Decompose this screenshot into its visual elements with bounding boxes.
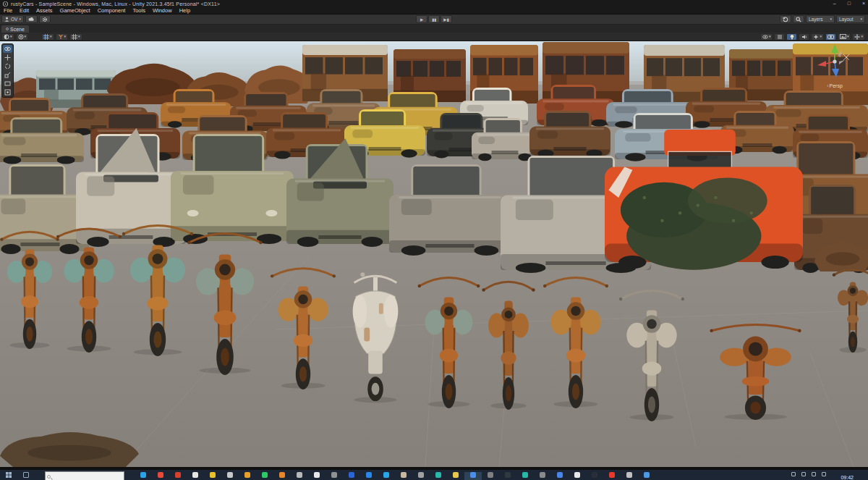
pause-button[interactable]: ▮▮ xyxy=(428,15,440,23)
taskbar-app-icon[interactable] xyxy=(239,472,256,480)
taskbar-app-icon[interactable] xyxy=(412,472,430,480)
close-button[interactable]: × xyxy=(862,0,865,7)
tray-icon[interactable] xyxy=(812,472,816,476)
menu-assets[interactable]: Assets xyxy=(33,7,56,14)
move-tool-button[interactable] xyxy=(3,54,12,62)
scale-tool-button[interactable] xyxy=(3,71,12,79)
taskbar-app-icon[interactable] xyxy=(273,472,291,480)
grid-visibility-dropdown[interactable]: ▾ xyxy=(41,33,54,41)
taskbar-app-icon[interactable] xyxy=(291,472,308,480)
taskbar-app-icon[interactable] xyxy=(586,472,603,480)
rotate-tool-button[interactable] xyxy=(3,62,12,70)
gizmos-dropdown[interactable]: ▾ xyxy=(838,33,851,41)
scene-visibility-dropdown[interactable]: ▾ xyxy=(760,33,773,41)
step-button[interactable]: ▶▮ xyxy=(441,15,452,23)
tray-icon[interactable] xyxy=(822,472,826,476)
caret-down-icon: ▾ xyxy=(64,35,67,38)
taskbar-app-icon[interactable] xyxy=(152,472,169,480)
taskbar-app-icon[interactable] xyxy=(551,472,569,480)
task-view-icon[interactable] xyxy=(23,472,29,478)
menu-gameobject[interactable]: GameObject xyxy=(56,7,94,14)
view-tool-button[interactable] xyxy=(3,45,12,53)
app-icon xyxy=(505,472,511,478)
taskbar-app-icon[interactable] xyxy=(378,472,395,480)
taskbar-app-icon[interactable] xyxy=(447,472,464,480)
taskbar-app-icon[interactable] xyxy=(187,472,204,480)
gizmo-axis-dropdown[interactable]: ▾ xyxy=(56,33,69,41)
junkyard-scene[interactable] xyxy=(0,41,868,467)
taskbar-app-icon[interactable] xyxy=(499,472,516,480)
scene-toolbar-right: ▾ ▾ ▾ ▾ xyxy=(760,33,867,41)
menu-help[interactable]: Help xyxy=(176,7,194,14)
taskbar-app-icon[interactable] xyxy=(135,472,152,480)
taskbar-app-icon[interactable] xyxy=(464,472,482,480)
maximize-button[interactable]: □ xyxy=(848,0,851,7)
taskbar-clock[interactable]: 09:42 xyxy=(841,475,854,480)
taskbar-app-icon[interactable] xyxy=(621,472,638,480)
visibility-eye-icon xyxy=(762,34,768,40)
minimize-button[interactable]: – xyxy=(833,0,836,7)
menu-window[interactable]: Window xyxy=(149,7,176,14)
taskbar-app-icon[interactable] xyxy=(326,472,343,480)
taskbar-app-icon[interactable] xyxy=(204,472,221,480)
grid-icon xyxy=(43,34,49,40)
effects-dropdown[interactable]: ▾ xyxy=(811,33,824,41)
app-icon xyxy=(488,472,493,478)
search-button[interactable] xyxy=(793,15,804,23)
menu-edit[interactable]: Edit xyxy=(16,7,33,14)
eye-icon xyxy=(4,46,11,51)
orientation-gizmo[interactable]: ‹Persp xyxy=(812,43,858,90)
tray-icon[interactable] xyxy=(801,472,806,476)
taskbar-app-icon[interactable] xyxy=(395,472,412,480)
layout-dropdown[interactable]: Layout ▾ xyxy=(836,15,865,23)
taskbar-app-icon[interactable] xyxy=(482,472,499,480)
play-button[interactable]: ▶ xyxy=(416,15,427,23)
account-dropdown[interactable]: OV ▾ xyxy=(1,15,24,23)
draw-mode-dropdown[interactable]: ▾ xyxy=(1,33,14,41)
rect-tool-button[interactable] xyxy=(3,80,12,88)
projection-label[interactable]: ‹Persp xyxy=(812,83,858,89)
taskbar-app-icon[interactable] xyxy=(603,472,621,480)
menu-file[interactable]: File xyxy=(0,7,16,14)
cloud-button[interactable] xyxy=(25,15,38,23)
snap-grid-dropdown[interactable]: ▾ xyxy=(69,33,82,41)
app-icon xyxy=(435,472,441,478)
start-menu-icon[interactable] xyxy=(6,472,12,478)
taskbar-app-icon[interactable] xyxy=(638,472,655,480)
undo-history-button[interactable] xyxy=(780,15,791,23)
layers-dropdown[interactable]: Layers ▾ xyxy=(806,15,835,23)
taskbar-app-icon[interactable] xyxy=(256,472,273,480)
audio-toggle[interactable] xyxy=(799,33,809,41)
history-icon xyxy=(783,17,788,22)
taskbar-app-icon[interactable] xyxy=(360,472,378,480)
caret-down-icon: ▾ xyxy=(861,35,863,38)
tray-icon[interactable] xyxy=(791,472,796,476)
taskbar-app-icon[interactable] xyxy=(569,472,586,480)
taskbar-app-icon[interactable] xyxy=(169,472,187,480)
taskbar-search-input[interactable] xyxy=(45,471,124,480)
caret-down-icon: ▾ xyxy=(78,35,80,38)
menu-tools[interactable]: Tools xyxy=(129,7,149,14)
taskbar-app-icon[interactable] xyxy=(308,472,326,480)
tab-scene[interactable]: Scene xyxy=(1,25,29,33)
lighting-toggle[interactable] xyxy=(786,33,797,41)
scene-camera-dropdown[interactable]: ▾ xyxy=(16,33,29,41)
taskbar-app-icon[interactable] xyxy=(534,472,551,480)
navigation-dropdown[interactable]: ▾ xyxy=(852,33,865,41)
transform-tool-button[interactable] xyxy=(3,88,12,96)
taskbar-app-icon[interactable] xyxy=(430,472,447,480)
taskbar-app-icon[interactable] xyxy=(343,472,360,480)
camera-preview-toggle[interactable] xyxy=(825,33,836,41)
scene-2d-toggle[interactable] xyxy=(774,33,785,41)
taskbar-app-icon[interactable] xyxy=(516,472,534,480)
account-label: OV xyxy=(11,17,17,22)
settings-button[interactable] xyxy=(39,15,51,23)
speaker-icon xyxy=(801,34,807,40)
menu-component[interactable]: Component xyxy=(94,7,129,14)
taskbar-app-icon[interactable] xyxy=(221,472,239,480)
app-icon xyxy=(314,472,320,478)
scene-viewport[interactable]: ‹Persp xyxy=(0,41,868,467)
app-icon xyxy=(297,472,302,478)
caret-down-icon: ▾ xyxy=(25,35,27,38)
app-icon xyxy=(644,472,650,478)
